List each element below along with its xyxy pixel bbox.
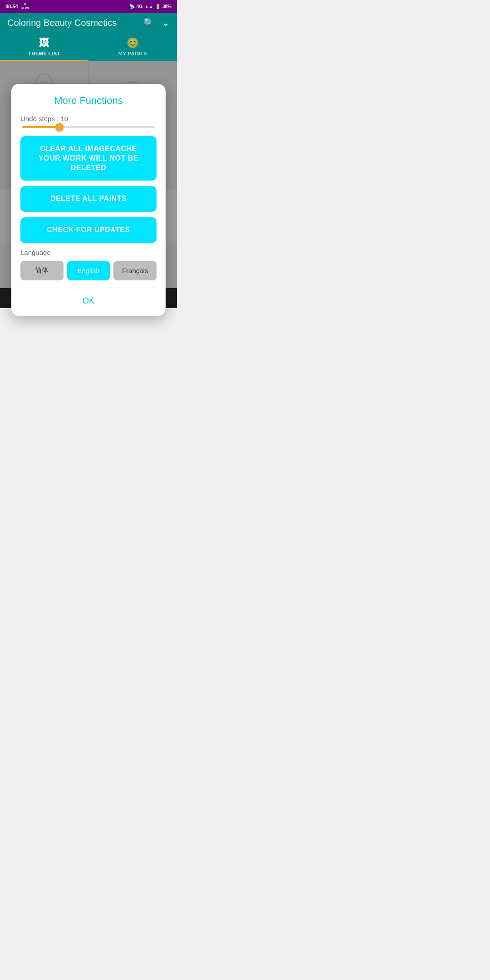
tab-my-paints-label: MY PAINTS	[118, 51, 147, 56]
lang-btn-french[interactable]: Français	[113, 261, 157, 280]
dialog-title: More Functions	[20, 95, 157, 107]
clear-cache-label: CLEAR ALL IMAGECACHEYOUR WORK WILL NOT B…	[39, 145, 138, 172]
language-buttons: 简体 English Français	[20, 261, 157, 280]
signal-bars: ▲▲	[144, 4, 153, 9]
slider-track	[22, 126, 155, 128]
app-title: Coloring Beauty Cosmetics	[7, 18, 117, 28]
undo-slider-container[interactable]	[20, 126, 157, 128]
battery-icon: 🔋	[155, 4, 161, 9]
delete-all-paints-button[interactable]: DELETE ALL PAINTS	[20, 186, 157, 212]
tabs-container: 🖼 THEME LIST 😊 MY PAINTS	[0, 33, 177, 61]
tab-theme-list[interactable]: 🖼 THEME LIST	[0, 33, 88, 61]
clear-cache-button[interactable]: CLEAR ALL IMAGECACHEYOUR WORK WILL NOT B…	[20, 136, 157, 181]
lang-btn-chinese[interactable]: 简体	[20, 261, 64, 280]
language-label: Language	[20, 249, 157, 256]
cast-icon: 📡	[129, 4, 135, 9]
signal-icon: 4G	[137, 4, 142, 9]
status-bar: 08.54 0KB/s 📡 4G ▲▲ 🔋 38%	[0, 0, 177, 13]
search-icon[interactable]: 🔍	[143, 17, 155, 28]
slider-thumb[interactable]	[55, 123, 64, 131]
ok-button[interactable]: OK	[20, 294, 157, 309]
tab-my-paints[interactable]: 😊 MY PAINTS	[88, 33, 177, 61]
check-for-updates-button[interactable]: CHECK FOR UPDATES	[20, 217, 157, 243]
time-display: 08.54	[5, 4, 18, 9]
language-section: Language 简体 English Français	[20, 249, 157, 280]
status-icons: 📡 4G ▲▲ 🔋 38%	[129, 4, 172, 9]
undo-steps-label: Undo steps : 10	[20, 115, 157, 122]
data-speed: 0KB/s	[21, 2, 29, 10]
theme-list-icon: 🖼	[39, 37, 49, 49]
battery-percent: 38%	[162, 4, 172, 9]
more-functions-dialog: More Functions Undo steps : 10 CLEAR ALL…	[11, 84, 166, 316]
lang-btn-english[interactable]: English	[67, 261, 110, 280]
my-paints-icon: 😊	[127, 37, 139, 49]
tab-theme-list-label: THEME LIST	[28, 51, 60, 56]
slider-fill	[22, 126, 59, 128]
chevron-down-icon[interactable]: ⌄	[162, 17, 170, 28]
dialog-divider	[20, 288, 157, 288]
app-header: Coloring Beauty Cosmetics 🔍 ⌄	[0, 13, 177, 33]
